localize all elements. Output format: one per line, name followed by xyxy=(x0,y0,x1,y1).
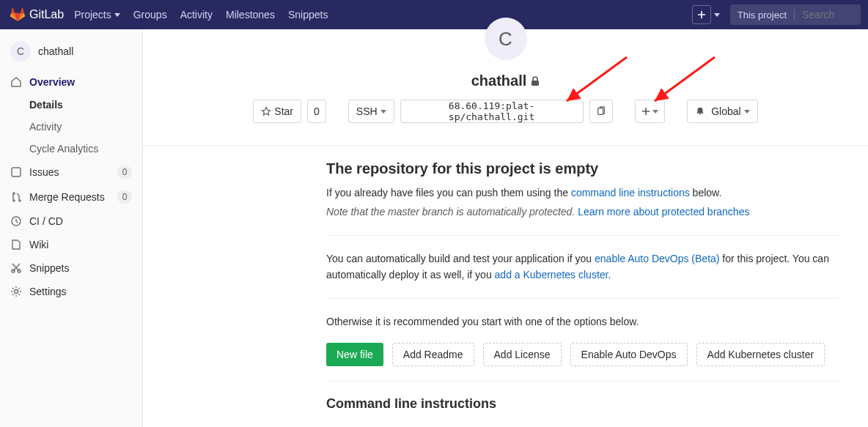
sidebar-settings-label: Settings xyxy=(29,286,67,297)
chevron-down-icon xyxy=(380,110,386,114)
sidebar-mrs-label: Merge Requests xyxy=(29,191,105,203)
sidebar-details[interactable]: Details xyxy=(0,94,142,116)
gear-icon xyxy=(10,286,22,297)
nav-milestones[interactable]: Milestones xyxy=(226,9,275,21)
clone-url-field[interactable]: 68.60.119:plat-sp/chathall.git xyxy=(400,100,584,123)
sidebar-cicd[interactable]: CI / CD xyxy=(0,209,142,233)
star-button[interactable]: Star xyxy=(253,100,301,123)
note-prefix: Note that the master branch is automatic… xyxy=(326,206,578,218)
sidebar-wiki[interactable]: Wiki xyxy=(0,233,142,256)
svg-rect-5 xyxy=(532,81,539,86)
sidebar-snippets-label: Snippets xyxy=(29,262,69,274)
chevron-down-icon xyxy=(114,13,120,17)
svg-point-4 xyxy=(15,290,18,294)
svg-rect-0 xyxy=(12,168,21,177)
project-avatar-large: C xyxy=(485,18,527,60)
add-readme-button[interactable]: Add Readme xyxy=(392,343,474,366)
search-scope[interactable]: This project xyxy=(730,10,795,21)
auto-prefix: You can automatically build and test you… xyxy=(326,253,595,264)
nav-snippets[interactable]: Snippets xyxy=(288,9,328,21)
star-count[interactable]: 0 xyxy=(307,100,326,123)
plus-dropdown[interactable] xyxy=(635,100,666,123)
snippets-icon xyxy=(10,262,22,274)
chevron-down-icon xyxy=(744,110,750,114)
project-sidebar: C chathall Overview Details Activity Cyc… xyxy=(0,29,143,427)
star-icon xyxy=(261,106,271,116)
svg-line-7 xyxy=(567,57,627,101)
home-icon xyxy=(10,76,22,88)
nav-projects[interactable]: Projects xyxy=(74,9,120,21)
new-menu-caret[interactable] xyxy=(714,11,720,19)
project-title-text: chathall xyxy=(471,73,527,89)
new-menu-button[interactable] xyxy=(692,5,711,24)
tanuki-icon xyxy=(10,7,25,22)
nav-projects-label: Projects xyxy=(74,9,111,21)
cli-heading: Command line instructions xyxy=(326,396,839,412)
plus-icon xyxy=(641,107,650,116)
empty-repo-heading: The repository for this project is empty xyxy=(326,160,839,177)
push-prefix: If you already have files you can push t… xyxy=(326,187,571,198)
starter-options-row: New file Add Readme Add License Enable A… xyxy=(326,343,839,366)
push-suffix: below. xyxy=(690,187,722,198)
notify-label: Global xyxy=(711,105,740,117)
protocol-label: SSH xyxy=(356,105,378,117)
project-avatar-small: C xyxy=(10,41,31,62)
project-action-row: Star 0 SSH 68.60.119:plat-sp/chathall.gi… xyxy=(143,100,868,123)
main-content: C chathall Star 0 SSH 68.60.119:plat-sp/… xyxy=(143,29,868,427)
search-box: This project xyxy=(730,4,861,25)
star-label: Star xyxy=(274,105,293,117)
nav-links: Projects Groups Activity Milestones Snip… xyxy=(74,9,328,21)
sidebar-overview-label: Overview xyxy=(29,76,75,88)
cicd-icon xyxy=(10,215,22,227)
top-navbar: GitLab Projects Groups Activity Mileston… xyxy=(0,0,868,29)
sidebar-issues[interactable]: Issues 0 xyxy=(0,160,142,185)
nav-groups[interactable]: Groups xyxy=(133,9,167,21)
mrs-count-badge: 0 xyxy=(117,190,132,204)
cli-instructions-link[interactable]: command line instructions xyxy=(571,187,690,198)
protected-branches-link[interactable]: Learn more about protected branches xyxy=(578,206,749,218)
notification-dropdown[interactable]: Global xyxy=(687,100,757,123)
sidebar-project-name: chathall xyxy=(38,45,73,57)
sidebar-issues-label: Issues xyxy=(29,166,59,178)
issues-icon xyxy=(10,166,22,178)
autodevops-text: You can automatically build and test you… xyxy=(326,250,839,283)
chevron-down-icon xyxy=(652,110,658,114)
protected-branch-note: Note that the master branch is automatic… xyxy=(326,204,839,220)
sidebar-settings[interactable]: Settings xyxy=(0,280,142,303)
sidebar-project-header[interactable]: C chathall xyxy=(0,35,142,70)
sidebar-cicd-label: CI / CD xyxy=(29,215,63,227)
svg-line-8 xyxy=(655,57,715,101)
plus-icon xyxy=(697,10,706,19)
clone-protocol-dropdown[interactable]: SSH xyxy=(348,100,394,123)
svg-rect-6 xyxy=(597,108,603,115)
nav-activity[interactable]: Activity xyxy=(180,9,213,21)
copy-url-button[interactable] xyxy=(589,100,613,123)
gitlab-logo[interactable]: GitLab xyxy=(0,7,74,22)
add-kubernetes-link[interactable]: add a Kubernetes cluster xyxy=(495,269,608,281)
add-kubernetes-button[interactable]: Add Kubernetes cluster xyxy=(696,343,825,366)
new-file-button[interactable]: New file xyxy=(326,343,383,366)
sidebar-merge-requests[interactable]: Merge Requests 0 xyxy=(0,185,142,209)
auto-suffix: . xyxy=(608,269,611,281)
sidebar-activity[interactable]: Activity xyxy=(0,116,142,138)
sidebar-wiki-label: Wiki xyxy=(29,239,48,250)
enable-autodevops-button[interactable]: Enable Auto DevOps xyxy=(570,343,688,366)
add-license-button[interactable]: Add License xyxy=(483,343,562,366)
chevron-down-icon xyxy=(714,13,720,17)
wiki-icon xyxy=(10,239,22,250)
enable-autodevops-link[interactable]: enable Auto DevOps (Beta) xyxy=(595,253,719,264)
otherwise-text: Otherwise it is recommended you start wi… xyxy=(326,313,839,330)
bell-icon xyxy=(695,106,705,116)
project-title: chathall xyxy=(471,73,540,89)
search-input[interactable] xyxy=(795,9,861,21)
sidebar-snippets[interactable]: Snippets xyxy=(0,256,142,280)
issues-count-badge: 0 xyxy=(117,166,132,179)
brand-text: GitLab xyxy=(29,8,64,21)
merge-request-icon xyxy=(10,191,22,203)
sidebar-cycle-analytics[interactable]: Cycle Analytics xyxy=(0,138,142,160)
push-instructions-text: If you already have files you can push t… xyxy=(326,185,839,201)
lock-icon xyxy=(531,76,540,86)
copy-icon xyxy=(596,106,606,116)
clone-url-text: 68.60.119:plat-sp/chathall.git xyxy=(408,100,575,122)
sidebar-overview[interactable]: Overview xyxy=(0,70,142,94)
